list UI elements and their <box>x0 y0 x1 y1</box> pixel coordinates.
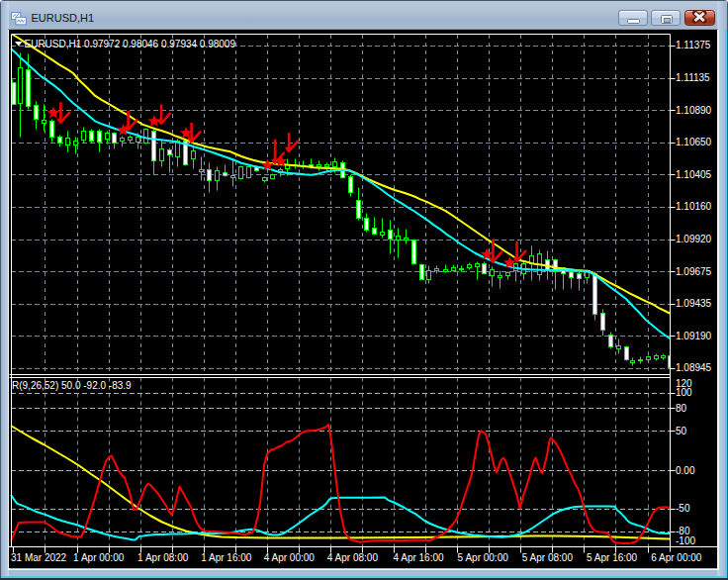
svg-text:1.09675: 1.09675 <box>676 266 712 277</box>
svg-text:1.10650: 1.10650 <box>676 137 712 147</box>
svg-text:1.11375: 1.11375 <box>676 40 711 50</box>
svg-text:R(9,26,52) 50.0 -92.0 -83.9: R(9,26,52) 50.0 -92.0 -83.9 <box>12 380 132 391</box>
svg-text:1 Apr 16:00: 1 Apr 16:00 <box>201 552 252 563</box>
svg-text:1.10890: 1.10890 <box>676 105 712 116</box>
svg-text:100: 100 <box>676 387 692 398</box>
svg-text:1.11135: 1.11135 <box>676 72 710 83</box>
svg-text:-100: -100 <box>676 535 695 546</box>
svg-text:1.09190: 1.09190 <box>676 331 712 341</box>
svg-text:1.09920: 1.09920 <box>676 234 712 244</box>
svg-text:5 Apr 00:00: 5 Apr 00:00 <box>458 552 509 563</box>
svg-text:0.00: 0.00 <box>676 465 695 476</box>
svg-text:4 Apr 00:00: 4 Apr 00:00 <box>264 552 316 563</box>
svg-text:4 Apr 16:00: 4 Apr 16:00 <box>393 552 444 563</box>
svg-text:1 Apr 08:00: 1 Apr 08:00 <box>137 552 189 563</box>
svg-text:1.09435: 1.09435 <box>676 298 712 309</box>
svg-text:4 Apr 08:00: 4 Apr 08:00 <box>327 552 379 563</box>
svg-text:1 Apr 00:00: 1 Apr 00:00 <box>73 552 125 563</box>
svg-text:5 Apr 08:00: 5 Apr 08:00 <box>522 552 574 563</box>
svg-text:1.10160: 1.10160 <box>676 201 712 212</box>
svg-text:EURUSD,H1 0.97972 0.98046 0.97: EURUSD,H1 0.97972 0.98046 0.97934 0.9800… <box>25 39 236 49</box>
svg-text:1.10405: 1.10405 <box>676 169 712 180</box>
svg-text:1.08945: 1.08945 <box>676 362 712 373</box>
svg-text:6 Apr 00:00: 6 Apr 00:00 <box>651 552 702 563</box>
svg-text:80: 80 <box>676 403 687 414</box>
svg-text:5 Apr 16:00: 5 Apr 16:00 <box>587 552 638 563</box>
svg-text:-50: -50 <box>676 503 690 514</box>
svg-text:50: 50 <box>676 426 687 436</box>
svg-text:31 Mar 2022: 31 Mar 2022 <box>11 552 67 563</box>
